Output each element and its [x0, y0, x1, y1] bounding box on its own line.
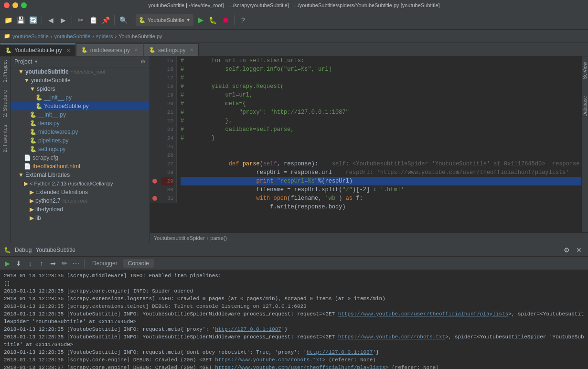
debug-eval-btn[interactable]: ✏: [59, 258, 70, 269]
nav-item-2[interactable]: youtubeSubtitle: [54, 33, 91, 39]
left-tab-structure[interactable]: 2: Structure: [0, 86, 10, 121]
tree-item-root[interactable]: ▼ youtubeSubtitle ~/dev/dev_root: [11, 67, 150, 76]
line-num: 29: [161, 177, 173, 185]
tab-close-3[interactable]: ✕: [190, 47, 193, 53]
bottom-close-btn[interactable]: ✕: [574, 245, 584, 255]
tree-item-html[interactable]: 📄 theofficialhunf.html: [11, 162, 150, 171]
code-line-17: #: [181, 74, 588, 82]
console-link[interactable]: https://www.youtube.com/user/theofficial…: [215, 365, 385, 369]
tree-item-lib-dynload[interactable]: ▶ lib-dynload: [11, 205, 150, 214]
line-num: 23: [161, 125, 173, 134]
tab-close-1[interactable]: ✕: [66, 48, 70, 53]
console-line: 2018-01-13 12:28:37 [scrapy.core.engine]…: [4, 364, 584, 369]
debug-step-into-btn[interactable]: ↓: [25, 258, 35, 269]
tree-label: scrapy.cfg: [32, 154, 58, 161]
tree-label: youtubeSubtitle: [25, 68, 69, 75]
tree-item-init-1[interactable]: 🐍 __init__.py: [11, 93, 150, 102]
console-link[interactable]: https://www.youtube.com/user/theofficial…: [338, 311, 508, 317]
tree-item-lib[interactable]: ▶ lib_: [11, 214, 150, 222]
tab-middlewares[interactable]: 🐍 middlewares.py ✕: [76, 43, 143, 56]
breakpoint-marker[interactable]: [152, 179, 157, 184]
toolbar-cut-btn[interactable]: ✂: [75, 15, 86, 25]
toolbar-help-btn[interactable]: ?: [238, 15, 248, 25]
run-button[interactable]: ▶: [195, 15, 206, 25]
debug-step-over-btn[interactable]: ⬇: [13, 258, 24, 269]
debug-step-out-btn[interactable]: ↑: [36, 258, 47, 269]
toolbar-paste-btn[interactable]: 📌: [100, 15, 111, 25]
tab-label-1: YoutubeSubtitle.py: [14, 47, 62, 54]
close-button[interactable]: [4, 2, 10, 8]
tab-youtube-subtitle[interactable]: 🐍 YoutubeSubtitle.py ✕: [0, 43, 75, 56]
code-line-16: # self.logger.info("url=%s", url): [181, 65, 588, 74]
toolbar-open-btn[interactable]: 📁: [3, 15, 13, 25]
tab-settings[interactable]: 🐍 settings.py ✕: [144, 43, 199, 56]
code-line-15: # for url in self.start_urls:: [181, 56, 588, 65]
nav-project-icon: 📁: [4, 33, 11, 39]
traffic-lights: [4, 2, 27, 8]
tree-path: ~/dev/dev_root: [71, 69, 106, 75]
tree-item-ext-defs[interactable]: ▶ Extended Definitions: [11, 188, 150, 196]
line-num: 31: [161, 194, 173, 203]
tab-close-2[interactable]: ✕: [134, 47, 138, 53]
tree-item-settings[interactable]: 🐍 settings.py: [11, 145, 150, 153]
debug-subtab-console[interactable]: Console: [123, 259, 154, 268]
code-content[interactable]: # for url in self.start_urls: # self.log…: [177, 56, 588, 203]
toolbar-sync-btn[interactable]: 🔄: [28, 15, 38, 25]
toolbar-back-btn[interactable]: ◀: [45, 15, 56, 25]
right-tab-database[interactable]: Database: [581, 92, 588, 120]
tree-item-middlewares[interactable]: 🐍 middlewares.py: [11, 128, 150, 136]
console-line: 2018-01-13 12:28:35 [scrapy.core.engine]…: [4, 287, 584, 295]
tree-item-youtubesubtitle[interactable]: ▼ youtubeSubtitle: [11, 76, 150, 85]
debug-resume-btn[interactable]: ▶: [2, 258, 12, 269]
toolbar-sep-5: [234, 15, 235, 25]
code-line-24: # }: [181, 134, 588, 142]
breadcrumb-spider: YoutubesubtitleSpider: [154, 235, 205, 241]
right-tab-sciview[interactable]: SciView: [581, 58, 588, 83]
nav-item-1[interactable]: youtubeSubtitle: [12, 33, 49, 39]
tree-item-init-2[interactable]: 🐍 __init__.py: [11, 110, 150, 119]
folder-icon: ▶: [24, 180, 28, 187]
line-num: 15: [161, 56, 173, 65]
tab-label-3: settings.py: [158, 47, 185, 54]
breadcrumb-method: parse(): [210, 235, 227, 241]
filetree-gear-icon[interactable]: ⚙: [140, 58, 146, 65]
line-num: 19: [161, 91, 173, 99]
tree-item-spiders[interactable]: ▼ spiders: [11, 85, 150, 93]
toolbar-copy-btn[interactable]: 📋: [88, 15, 98, 25]
tree-item-python-cellar[interactable]: ▶ < Python 2.7.13 (/usr/local/Cellar/py: [11, 179, 150, 188]
minimize-button[interactable]: [12, 2, 18, 8]
debug-more-btn[interactable]: ⋯: [71, 258, 81, 269]
tree-label: lib_: [35, 215, 44, 221]
toolbar-save-btn[interactable]: 💾: [15, 15, 26, 25]
line-num: 18: [161, 82, 173, 91]
console-line: 2018-01-13 12:28:35 [YoutubeSubtitle] IN…: [4, 333, 584, 348]
tree-item-python27[interactable]: ▶ python2.7 library root: [11, 196, 150, 205]
tabbar: 🐍 YoutubeSubtitle.py ✕ 🐍 middlewares.py …: [0, 43, 588, 56]
tree-item-items[interactable]: 🐍 items.py: [11, 119, 150, 128]
console-link[interactable]: https://www.youtube.com/robots.txt: [338, 334, 445, 340]
debug-button[interactable]: 🐛: [208, 15, 218, 25]
tree-item-pipelines[interactable]: 🐍 pipelines.py: [11, 136, 150, 145]
maximize-button[interactable]: [21, 2, 27, 8]
nav-item-3[interactable]: spiders: [96, 33, 113, 39]
console-link[interactable]: http://127.0.0.1:1087: [215, 326, 281, 332]
tree-item-youtubesubtitle-py[interactable]: 🐍 YoutubeSubtle.py: [11, 102, 150, 110]
toolbar-find-btn[interactable]: 🔍: [118, 15, 128, 25]
line-num: 16: [161, 65, 173, 74]
tree-item-scrapy-cfg[interactable]: 📄 scrapy.cfg: [11, 153, 150, 162]
code-area[interactable]: 15 16 17 18 19 20 21 22 23 24 25 26 27 2…: [150, 56, 588, 232]
code-lines: 15 16 17 18 19 20 21 22 23 24 25 26 27 2…: [150, 56, 588, 203]
console-link[interactable]: https://www.youtube.com/robots.txt: [215, 357, 322, 363]
left-tab-favorites[interactable]: 2: Favorites: [0, 121, 10, 156]
console-line: 2018-01-13 12:28:35 [YoutubeSubtitle] IN…: [4, 348, 584, 356]
breakpoint-marker[interactable]: [152, 196, 157, 201]
stop-button[interactable]: ⏹: [220, 15, 231, 25]
debug-run-cursor-btn[interactable]: ➡: [48, 258, 58, 269]
bottom-settings-btn[interactable]: ⚙: [561, 245, 572, 255]
debug-subtab-debugger[interactable]: Debugger: [87, 259, 122, 268]
tree-item-ext-libs[interactable]: ▼ External Libraries: [11, 171, 150, 179]
toolbar-forward-btn[interactable]: ▶: [58, 15, 68, 25]
console-link[interactable]: http://127.0.0.1:1087: [307, 349, 373, 355]
left-tab-project[interactable]: 1: Project: [0, 56, 10, 86]
code-editor[interactable]: 15 16 17 18 19 20 21 22 23 24 25 26 27 2…: [150, 56, 588, 232]
